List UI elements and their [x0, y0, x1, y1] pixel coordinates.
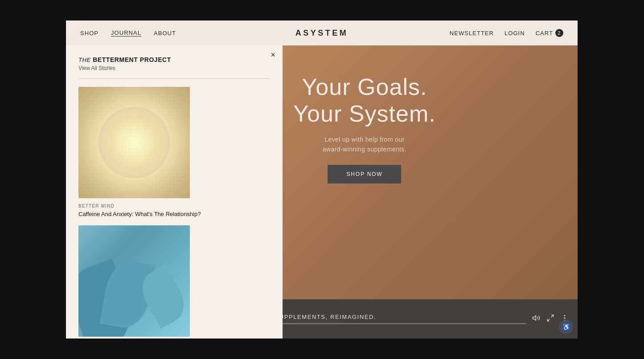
article1-image	[78, 87, 190, 198]
section-title-text: BETTERMENT PROJECT	[93, 56, 171, 63]
shop-now-button[interactable]: SHOP NOW	[328, 165, 402, 184]
article1-category: BETTER MIND	[78, 204, 270, 208]
nav-about[interactable]: ABOUT	[154, 30, 176, 37]
svg-point-8	[564, 318, 566, 319]
article1-img-bg	[78, 87, 190, 198]
view-all-stories-link[interactable]: View All Stories	[78, 65, 270, 71]
site-logo: ASYSTEM	[295, 29, 349, 38]
hero-title-line1: Your Goals.	[293, 74, 436, 101]
hero-subtitle-line1: Level up with help from our	[293, 135, 436, 144]
journal-section-title: THE BETTERMENT PROJECT	[78, 56, 270, 63]
cart-label: CART	[536, 30, 553, 37]
divider	[78, 78, 270, 79]
hero-subtitle: Level up with help from our award-winnin…	[293, 135, 436, 155]
nav-login[interactable]: LOGIN	[505, 30, 525, 37]
volume-icon[interactable]	[532, 314, 540, 324]
svg-point-7	[564, 315, 566, 316]
nav-cart[interactable]: CART 2	[536, 29, 563, 37]
svg-line-5	[551, 315, 554, 317]
nav-newsletter[interactable]: NEWSLETTER	[450, 30, 494, 37]
article2-img-bg	[78, 225, 190, 337]
nav-shop[interactable]: SHOP	[80, 30, 98, 37]
svg-line-6	[547, 319, 550, 321]
article1-title[interactable]: Caffeine And Anxiety: What's The Relatio…	[78, 210, 270, 218]
fullscreen-icon[interactable]	[546, 314, 554, 324]
close-button[interactable]: ×	[271, 51, 275, 59]
journal-dropdown: × THE BETTERMENT PROJECT View All Storie…	[66, 45, 283, 339]
nav-right: NEWSLETTER LOGIN CART 2	[450, 29, 563, 37]
accessibility-button[interactable]: ♿	[559, 320, 573, 334]
site-wrapper: SHOP JOURNAL ABOUT ASYSTEM NEWSLETTER LO…	[66, 20, 578, 339]
accessibility-icon: ♿	[562, 323, 570, 330]
navbar: SHOP JOURNAL ABOUT ASYSTEM NEWSLETTER LO…	[66, 20, 578, 45]
hero-title: Your Goals. Your System.	[293, 74, 436, 127]
article2-image	[78, 225, 190, 337]
glow-circle	[98, 107, 170, 178]
nav-journal[interactable]: JOURNAL	[111, 29, 141, 37]
hero-title-line2: Your System.	[293, 101, 436, 127]
hero-content: Your Goals. Your System. Level up with h…	[293, 74, 436, 184]
cart-count-badge: 2	[555, 29, 563, 37]
the-italic: THE	[78, 57, 91, 63]
svg-marker-4	[533, 316, 536, 321]
nav-left: SHOP JOURNAL ABOUT	[80, 29, 176, 37]
hero-subtitle-line2: award-winning supplements.	[293, 144, 436, 154]
